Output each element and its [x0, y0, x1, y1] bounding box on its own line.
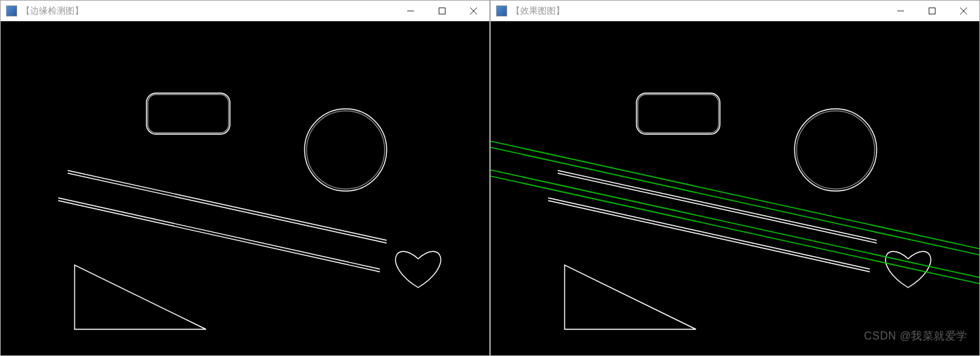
canvas-right — [491, 21, 979, 355]
svg-line-8 — [68, 170, 387, 240]
svg-line-28 — [491, 168, 979, 281]
result-drawing — [491, 21, 979, 355]
svg-point-7 — [307, 111, 385, 189]
svg-line-23 — [548, 198, 870, 269]
svg-rect-4 — [146, 93, 230, 134]
maximize-button[interactable] — [916, 1, 948, 21]
window-controls-right — [885, 1, 979, 21]
close-button[interactable] — [458, 1, 489, 21]
minimize-button[interactable] — [885, 1, 916, 21]
svg-line-24 — [548, 201, 870, 272]
svg-rect-17 — [636, 93, 720, 134]
svg-marker-25 — [565, 265, 696, 329]
maximize-button[interactable] — [426, 1, 458, 21]
app-icon — [6, 5, 17, 16]
svg-marker-12 — [75, 265, 206, 329]
window-controls-left — [395, 1, 489, 21]
window-title-left: 【边缘检测图】 — [21, 5, 395, 17]
svg-line-22 — [558, 173, 877, 243]
svg-rect-18 — [638, 94, 719, 133]
svg-line-29 — [491, 175, 979, 288]
svg-rect-5 — [148, 94, 229, 133]
svg-line-11 — [58, 201, 380, 272]
svg-rect-14 — [929, 8, 936, 14]
svg-line-9 — [68, 173, 387, 243]
minimize-button[interactable] — [395, 1, 426, 21]
window-edge-detection: 【边缘检测图】 — [0, 0, 490, 356]
svg-line-21 — [558, 170, 877, 240]
app-icon — [496, 5, 507, 16]
titlebar-right[interactable]: 【效果图图】 — [491, 1, 979, 21]
close-button[interactable] — [948, 1, 979, 21]
window-result: 【效果图图】 — [490, 0, 980, 356]
svg-line-26 — [491, 140, 979, 253]
svg-rect-1 — [439, 8, 446, 14]
svg-line-10 — [58, 198, 380, 269]
svg-point-6 — [305, 109, 387, 191]
canvas-left — [1, 21, 489, 355]
svg-point-20 — [797, 111, 875, 189]
svg-point-19 — [795, 109, 877, 191]
window-title-right: 【效果图图】 — [511, 5, 885, 17]
titlebar-left[interactable]: 【边缘检测图】 — [1, 1, 489, 21]
edge-detection-drawing — [1, 21, 489, 355]
